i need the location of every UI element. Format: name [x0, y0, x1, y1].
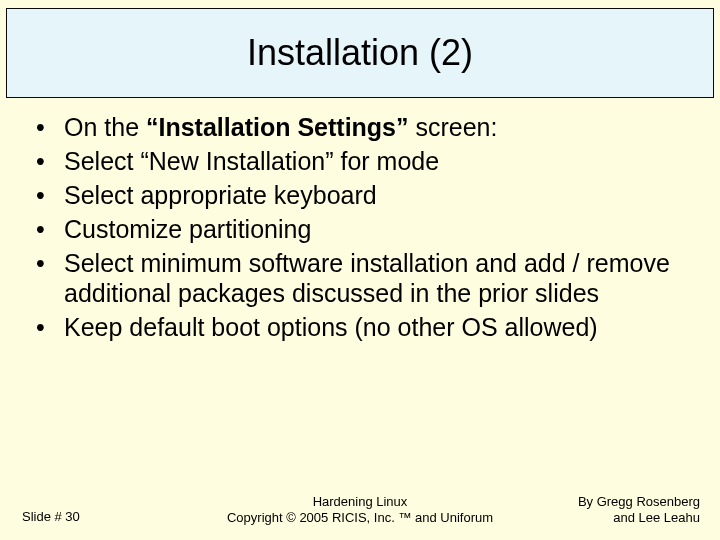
bullet-item: On the “Installation Settings” screen: — [30, 112, 694, 142]
footer-right-line1: By Gregg Rosenberg — [578, 494, 700, 510]
title-band: Installation (2) — [6, 8, 714, 98]
footer-right: By Gregg Rosenberg and Lee Leahu — [578, 494, 700, 527]
bullet-text: Select “New Installation” for mode — [64, 147, 439, 175]
bullet-item: Customize partitioning — [30, 214, 694, 244]
bullet-item: Select “New Installation” for mode — [30, 146, 694, 176]
slide: Installation (2) On the “Installation Se… — [0, 0, 720, 540]
bullet-text-post: screen: — [409, 113, 498, 141]
slide-body: On the “Installation Settings” screen: S… — [30, 112, 694, 346]
bullet-list: On the “Installation Settings” screen: S… — [30, 112, 694, 342]
bullet-text: Customize partitioning — [64, 215, 311, 243]
bullet-text: Select minimum software installation and… — [64, 249, 670, 307]
bullet-text: Keep default boot options (no other OS a… — [64, 313, 598, 341]
bullet-text-pre: On the — [64, 113, 146, 141]
footer-right-line2: and Lee Leahu — [578, 510, 700, 526]
slide-title: Installation (2) — [247, 32, 473, 74]
bullet-item: Keep default boot options (no other OS a… — [30, 312, 694, 342]
bullet-item: Select appropriate keyboard — [30, 180, 694, 210]
bullet-text: Select appropriate keyboard — [64, 181, 377, 209]
bullet-item: Select minimum software installation and… — [30, 248, 694, 308]
slide-footer: Slide # 30 Hardening Linux Copyright © 2… — [0, 484, 720, 526]
bullet-text-strong: “Installation Settings” — [146, 113, 409, 141]
